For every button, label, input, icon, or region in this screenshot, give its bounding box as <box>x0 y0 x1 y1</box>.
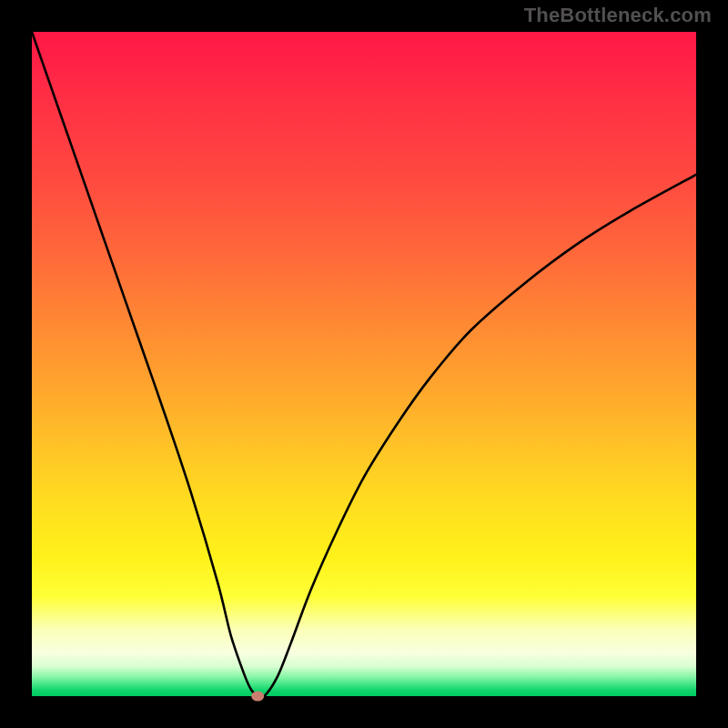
plot-area <box>32 32 696 696</box>
bottleneck-curve-svg <box>32 32 696 696</box>
marker-dot <box>251 692 264 702</box>
chart-container: TheBottleneck.com <box>0 0 728 728</box>
watermark-text: TheBottleneck.com <box>524 4 712 27</box>
bottleneck-curve-path <box>32 32 696 698</box>
